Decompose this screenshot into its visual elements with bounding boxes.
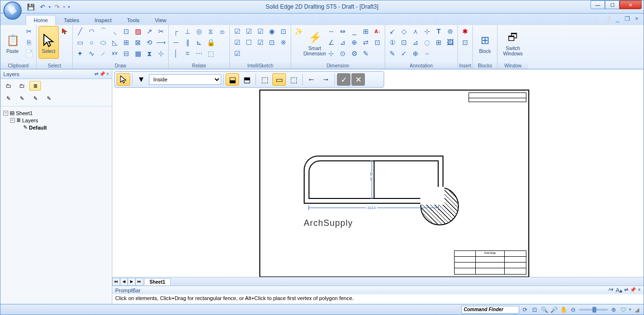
panel-pin-icon[interactable]: 📌 [99, 71, 105, 77]
cb-accept-icon[interactable]: ✓ [337, 73, 350, 86]
sheet-last-icon[interactable]: ⏭ [135, 278, 143, 286]
insert-object-icon[interactable]: ✱ [460, 26, 470, 37]
undo-icon[interactable]: ↶ [37, 2, 48, 12]
retrieve-dim-icon[interactable]: A↓ [372, 26, 383, 37]
expand-icon[interactable]: − [10, 118, 15, 123]
perpendicular-icon[interactable]: ⊾ [194, 37, 204, 48]
construction-icon[interactable]: ⊟ [121, 48, 132, 59]
tangent-arc-icon[interactable]: ⌒ [98, 26, 108, 37]
is-center-icon[interactable]: ☐ [243, 37, 254, 48]
sheet-prev-icon[interactable]: ◀ [120, 278, 128, 286]
layer-visibility-icon[interactable]: ✎ [29, 93, 41, 103]
sb-shield-icon[interactable]: 🛡 [619, 306, 627, 314]
fill-icon[interactable]: ▨ [133, 26, 143, 37]
is-intersect-icon[interactable]: ☑ [243, 26, 254, 37]
minimize-button[interactable]: — [590, 0, 605, 9]
insert-image-icon[interactable]: ⊡ [460, 37, 470, 48]
is-auto-icon[interactable]: ☑ [232, 48, 242, 59]
redo-icon[interactable]: ↷ [52, 2, 62, 12]
smartselect-icon[interactable]: ⊚ [445, 26, 456, 37]
arc-icon[interactable]: ◠ [86, 26, 97, 37]
rigid-icon[interactable]: ⬚ [205, 48, 216, 59]
tab-tools[interactable]: Tools [120, 15, 148, 25]
dim-chamfer-icon[interactable]: ⊿ [337, 37, 348, 48]
ellipse-icon[interactable]: ⬭ [98, 37, 108, 48]
move-icon[interactable]: ↗ [144, 26, 155, 37]
dim-maint-icon[interactable]: ⊡ [372, 37, 383, 48]
feature-pathfinder-tab-icon[interactable]: 🗀 [2, 81, 14, 91]
cb-cancel-icon[interactable]: ✕ [351, 73, 365, 86]
symmetric-offset-icon[interactable]: ⊞ [121, 37, 132, 48]
rotate-icon[interactable]: ⟲ [144, 37, 155, 48]
balloon-icon[interactable]: ① [387, 37, 398, 48]
cb-next-icon[interactable]: → [319, 73, 333, 86]
grid-icon[interactable]: ▦ [133, 48, 143, 59]
sb-zoom-area-icon[interactable]: 🔍 [540, 306, 548, 314]
new-layer-icon[interactable]: ✎ [2, 93, 14, 103]
lock-icon[interactable]: 🔒 [205, 37, 216, 48]
dim-attach-icon[interactable]: ⎯ [349, 26, 360, 37]
dim-dist-icon[interactable]: ↔ [326, 26, 336, 37]
save-icon[interactable]: 💾 [26, 2, 36, 12]
tab-tables[interactable]: Tables [56, 15, 87, 25]
paste-button[interactable]: 📋 Paste [2, 26, 23, 59]
line-icon[interactable]: ╱ [75, 26, 85, 37]
curve-icon[interactable]: ∿ [86, 48, 97, 59]
select-options-icon[interactable] [60, 26, 70, 37]
tangent-rel-icon[interactable]: ⊥ [182, 26, 193, 37]
layer-prop-icon[interactable]: ✎ [43, 93, 54, 103]
is-perp-icon[interactable]: ◉ [267, 26, 277, 37]
dim-wand-icon[interactable]: ✨ [293, 26, 304, 37]
horizontal-icon[interactable]: ─ [171, 37, 181, 48]
edge-condition-icon[interactable]: ⊿ [410, 37, 421, 48]
dim-auto-icon[interactable]: ⚙ [349, 48, 360, 59]
cb-prev-icon[interactable]: ← [305, 73, 318, 86]
panel-close-icon[interactable]: × [106, 71, 109, 77]
cb-top-icon[interactable]: ⬓ [226, 73, 239, 86]
prompt-pin-icon[interactable]: 📌 [630, 287, 636, 294]
weld-icon[interactable]: ⋏ [410, 26, 421, 37]
feature-control-icon[interactable]: ⊡ [399, 37, 409, 48]
equal-icon[interactable]: = [182, 48, 193, 59]
cb-select3-icon[interactable]: ⬚ [287, 73, 300, 86]
sb-fit-icon[interactable]: ⊡ [531, 306, 538, 314]
layers-tab-icon[interactable]: ≣ [29, 81, 41, 91]
cb-select1-icon[interactable]: ⬚ [258, 73, 271, 86]
sheet-tab-1[interactable]: Sheet1 [144, 278, 171, 285]
prompt-close-icon[interactable]: × [638, 287, 641, 294]
dim-symm-icon[interactable]: ⇔ [337, 26, 348, 37]
sb-refresh-icon[interactable]: ⟳ [521, 306, 529, 314]
relationship-icon[interactable]: ⎄ [217, 26, 228, 37]
close-doc-icon[interactable]: × [633, 15, 641, 23]
callout-icon[interactable]: ✎ [387, 48, 398, 59]
zoom-slider[interactable] [579, 309, 608, 311]
pattern-icon[interactable]: ⊠ [133, 37, 143, 48]
trim-icon[interactable]: ✂ [156, 26, 166, 37]
command-finder-input[interactable]: Command Finder [461, 306, 519, 314]
fillet-icon[interactable]: ◟ [109, 26, 120, 37]
bolt-circle-icon[interactable]: ◌ [422, 37, 432, 48]
vertical-icon[interactable]: │ [171, 48, 181, 59]
dim-axis-icon[interactable]: ⊕ [349, 37, 360, 48]
tree-item-layers[interactable]: − ≣ Layers [3, 117, 109, 124]
sheet-next-icon[interactable]: ▶ [128, 278, 135, 286]
dim-style-icon[interactable]: ✎ [361, 48, 371, 59]
circle-icon[interactable]: ○ [86, 37, 97, 48]
dimension-h-value[interactable]: 314,6 [366, 206, 377, 210]
switch-windows-button[interactable]: 🗗 Switch Windows [499, 26, 526, 59]
expand-icon[interactable]: − [3, 111, 8, 116]
dim-coord-icon[interactable]: ⊹ [326, 48, 336, 59]
sb-zoom-in-icon[interactable]: ⊕ [610, 306, 617, 314]
is-silhouette-icon[interactable]: ※ [278, 37, 289, 48]
is-point-icon[interactable]: ⊡ [278, 26, 289, 37]
dim-radial-icon[interactable]: ⊙ [337, 48, 348, 59]
datum-icon[interactable]: ◇ [399, 26, 409, 37]
sb-zoom-out-icon[interactable]: ⊖ [569, 306, 577, 314]
centerline-icon[interactable]: ⊹ [422, 26, 432, 37]
close-button[interactable]: ✕ [619, 0, 642, 9]
point-icon[interactable]: ✦ [75, 48, 85, 59]
text-icon[interactable]: T [433, 26, 444, 37]
cb-select2-icon[interactable]: ▭ [272, 73, 286, 86]
application-button[interactable] [3, 1, 22, 20]
layer-options-icon[interactable]: ✎ [16, 93, 27, 103]
